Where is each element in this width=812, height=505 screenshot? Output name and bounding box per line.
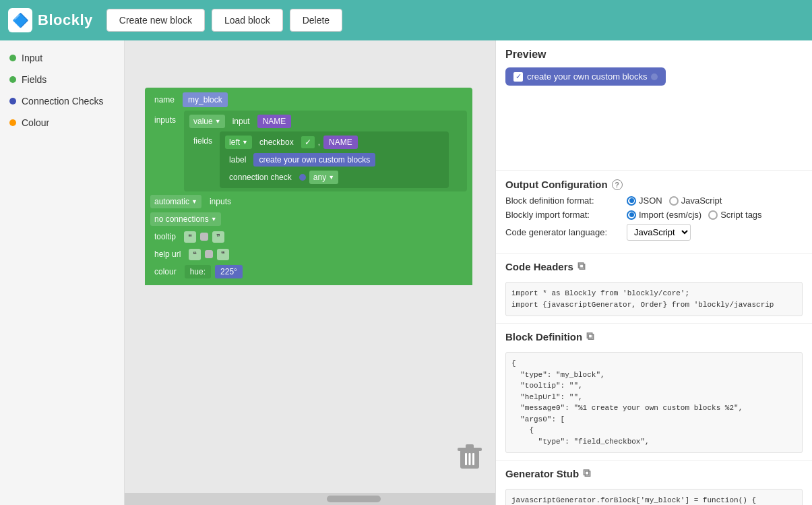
colour-dot [9, 119, 16, 126]
input-label: input [228, 115, 254, 128]
sidebar-item-colour-label: Colour [22, 117, 49, 128]
generator-stub-copy-icon[interactable]: ⧉ [583, 467, 590, 479]
name-value[interactable]: my_block [183, 92, 228, 107]
code-headers-section: Code Headers ⧉ import * as Blockly from … [496, 254, 812, 324]
delete-button[interactable]: Delete [290, 9, 342, 32]
sidebar-item-input-label: Input [22, 53, 42, 63]
import-esm-option[interactable]: Import (esm/cjs) [627, 210, 701, 220]
format-js-option[interactable]: JavaScript [669, 196, 722, 206]
sidebar-item-fields-label: Fields [22, 74, 46, 85]
tooltip-quote-open: ❝ [184, 231, 196, 243]
label-text: label [225, 153, 250, 167]
code-headers-block: import * as Blockly from 'blockly/core';… [505, 282, 803, 316]
sidebar-item-colour[interactable]: Colour [0, 112, 124, 133]
svg-rect-3 [465, 453, 467, 465]
format-js-radio[interactable] [669, 196, 679, 206]
generator-stub-header: Generator Stub ⧉ [505, 467, 803, 485]
hue-value[interactable]: 225° [215, 265, 243, 278]
name-label: name [150, 93, 179, 107]
hue-label: hue: [185, 265, 211, 278]
generator-stub-title: Generator Stub ⧉ [505, 467, 590, 479]
logo-icon: 🔷 [8, 8, 32, 32]
import-script-radio[interactable] [708, 210, 718, 220]
generator-stub-block: javascriptGenerator.forBlock['my_block']… [505, 489, 803, 505]
output-config-title: Output Configuration ? [505, 179, 803, 190]
import-label: Blockly import format: [505, 210, 627, 220]
logo: 🔷 Blockly [8, 8, 93, 32]
scrollbar-thumb[interactable] [327, 496, 381, 502]
format-js-label: JavaScript [681, 196, 722, 206]
sidebar-item-fields[interactable]: Fields [0, 69, 124, 90]
preview-canvas: ✓ create your own custom blocks [505, 67, 803, 162]
preview-section: Preview ✓ create your own custom blocks [496, 40, 812, 171]
help-url-quote-open: ❝ [189, 249, 201, 260]
fields-dot [9, 76, 16, 83]
code-headers-title: Code Headers ⧉ [505, 260, 585, 272]
generator-label: Code generator language: [505, 227, 627, 237]
sidebar-item-connection-checks[interactable]: Connection Checks [0, 90, 124, 112]
help-url-value[interactable] [205, 250, 213, 258]
label-value: create your own custom blocks [253, 153, 375, 167]
input-name: NAME [257, 115, 292, 128]
main-layout: Input Fields Connection Checks Colour na… [0, 40, 812, 505]
help-url-label: help url [150, 247, 185, 261]
no-connections-dropdown[interactable]: no connections [150, 212, 221, 226]
sidebar: Input Fields Connection Checks Colour [0, 40, 125, 505]
right-panel: Preview ✓ create your own custom blocks … [495, 40, 812, 505]
value-dropdown[interactable]: value [189, 115, 225, 128]
workspace[interactable]: name my_block inputs value [125, 40, 495, 505]
sidebar-item-input[interactable]: Input [0, 47, 124, 69]
input-dot [9, 55, 16, 61]
block-definition-section: Block Definition ⧉ { "type": "my_block",… [496, 324, 812, 461]
left-dropdown[interactable]: left [225, 136, 252, 149]
trash-icon[interactable] [458, 443, 482, 471]
help-url-quote-close: ❞ [217, 249, 229, 260]
preview-block: ✓ create your own custom blocks [505, 67, 666, 86]
tooltip-label: tooltip [150, 230, 180, 243]
preview-block-notch [651, 73, 658, 80]
sidebar-item-connection-checks-label: Connection Checks [22, 96, 103, 107]
block-canvas: name my_block inputs value [125, 40, 495, 492]
format-row: Block definition format: JSON JavaScript [505, 196, 803, 206]
workspace-scrollbar[interactable] [125, 493, 495, 505]
logo-text: Blockly [38, 11, 93, 29]
connection-checks-dot [9, 98, 16, 105]
generator-select[interactable]: JavaScript Python PHP Lua Dart [627, 224, 691, 241]
svg-rect-2 [466, 444, 474, 449]
output-config-help-icon[interactable]: ? [612, 179, 623, 190]
generator-stub-section: Generator Stub ⧉ javascriptGenerator.for… [496, 461, 812, 505]
format-json-option[interactable]: JSON [627, 196, 662, 206]
fields-label: fields [189, 134, 216, 148]
code-headers-header: Code Headers ⧉ [505, 260, 803, 278]
block-definition-title: Block Definition ⧉ [505, 330, 594, 343]
name-row: name my_block inputs value [145, 88, 472, 285]
load-block-button[interactable]: Load block [212, 9, 283, 32]
checkbox-checked: ✓ [301, 136, 315, 148]
import-radio-group: Import (esm/cjs) Script tags [627, 210, 762, 220]
preview-block-text: create your own custom blocks [527, 71, 647, 82]
connection-check-dot [299, 174, 306, 181]
tooltip-value[interactable] [200, 233, 208, 241]
block-definition-copy-icon[interactable]: ⧉ [586, 330, 594, 343]
import-esm-label: Import (esm/cjs) [639, 210, 701, 220]
checkbox-label: checkbox [255, 136, 298, 149]
tooltip-quote-close: ❞ [212, 231, 224, 243]
svg-rect-5 [472, 453, 474, 465]
import-esm-radio[interactable] [627, 210, 636, 220]
inputs-label: inputs [150, 113, 180, 127]
header: 🔷 Blockly Create new block Load block De… [0, 0, 812, 40]
import-script-option[interactable]: Script tags [708, 210, 761, 220]
automatic-dropdown[interactable]: automatic [150, 195, 201, 208]
format-json-radio[interactable] [627, 196, 636, 206]
code-headers-copy-icon[interactable]: ⧉ [577, 260, 585, 272]
import-script-label: Script tags [720, 210, 761, 220]
format-json-label: JSON [639, 196, 662, 206]
any-dropdown[interactable]: any [309, 171, 338, 184]
svg-rect-4 [469, 453, 471, 465]
create-new-block-button[interactable]: Create new block [106, 9, 205, 32]
preview-checkbox-icon: ✓ [513, 72, 523, 82]
block-editor: name my_block inputs value [145, 88, 472, 287]
connection-check-label: connection check [225, 171, 296, 184]
format-radio-group: JSON JavaScript [627, 196, 722, 206]
generator-row: Code generator language: JavaScript Pyth… [505, 224, 803, 241]
